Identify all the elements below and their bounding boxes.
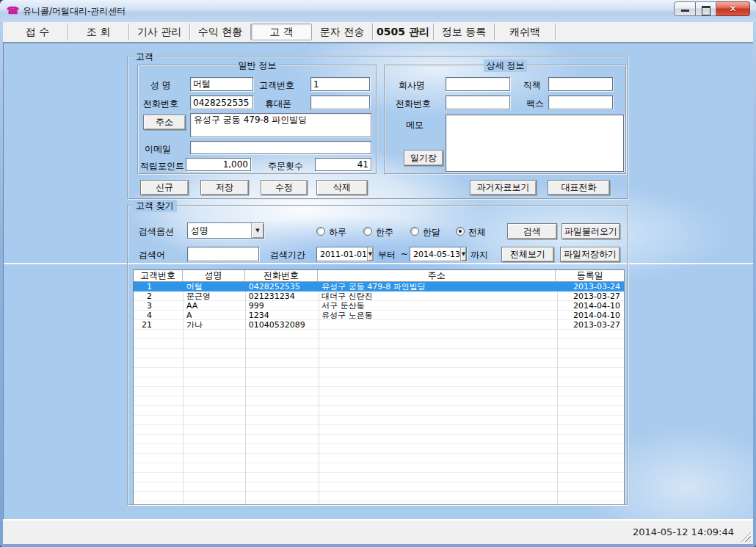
table-row[interactable]: 2 문근영 021231234 대더구 신탄진 2013-03-27 [134,291,624,301]
cell-address: 서구 둔산동 [318,301,556,311]
detail-info-group: 상세 정보 회사명 직책 전화번호 팩스 메모 일기장 [384,65,627,175]
search-button[interactable]: 검색 [507,223,557,239]
mobile-input[interactable] [310,95,370,109]
view-all-button[interactable]: 전체보기 [501,247,554,262]
cell-phone: 021231234 [245,291,319,301]
company-input[interactable] [446,77,510,91]
address-button[interactable]: 주소 [143,115,186,130]
chevron-down-icon[interactable]: ▼ [251,223,263,238]
file-save-button[interactable]: 파일저장하기 [560,247,620,262]
customer-no-input[interactable] [310,77,370,91]
memo-label: 메모 [406,119,424,131]
tab-revenue-status[interactable]: 수익 현황 [190,23,251,40]
radio-all[interactable] [456,227,465,236]
tab-0505-management[interactable]: 0505 관리 [373,23,434,40]
customer-search-group: 고객 찾기 검색옵션 성명 ▼ 하루 한주 한달 전체 검색 파일불러오기 검색… [127,205,629,506]
col-customer-no[interactable]: 고객번호 [134,270,183,281]
radio-one-month-label[interactable]: 한달 [423,226,440,239]
general-info-group: 일반 정보 성 명 고객번호 전화번호 휴대폰 주소 유성구 궁동 479-8 … [137,65,377,175]
tab-driver-management[interactable]: 기사 관리 [129,23,190,40]
search-option-label: 검색옵션 [139,225,174,238]
email-input[interactable] [190,141,371,154]
main-phone-button[interactable]: 대표전화 [548,180,610,195]
col-phone[interactable]: 전화번호 [245,270,319,281]
radio-one-week-label[interactable]: 한주 [376,226,393,239]
company-label: 회사명 [399,79,425,92]
resize-grip[interactable] [741,532,751,542]
client-area: 고객 일반 정보 성 명 고객번호 전화번호 휴대폰 주소 유성구 궁동 479… [3,43,753,519]
delete-button[interactable]: 삭제 [316,180,368,195]
phone-input[interactable] [190,95,253,109]
save-button[interactable]: 저장 [200,180,249,195]
tab-sms[interactable]: 문자 전송 [312,23,373,40]
date-from-select[interactable]: 2011-01-01 ▼ [316,247,374,261]
cell-address: 유성구 노은동 [318,311,556,320]
radio-one-day[interactable] [316,227,325,236]
chevron-down-icon[interactable]: ▼ [367,247,373,261]
date-to-select[interactable]: 2014-05-13 ▼ [410,247,467,261]
address-box[interactable]: 유성구 궁동 479-8 파인빌딩 [190,113,371,137]
history-button[interactable]: 과거자료보기 [470,180,537,195]
cell-phone: 0428252535 [245,282,319,291]
table-row[interactable]: 21 가나 01040532089 2013-03-27 [134,320,624,330]
date-to-value: 2014-05-13 [410,247,460,261]
points-label: 적립포인트 [140,160,184,173]
close-button[interactable] [716,1,750,16]
detail-phone-input[interactable] [446,95,510,109]
table-row[interactable]: 1 머털 0428252535 유성구 궁동 479-8 파인빌딩 2013-0… [134,282,624,291]
cell-reg-date: 2014-04-10 [556,301,624,311]
search-option-select[interactable]: 성명 ▼ [187,222,264,239]
tab-inquiry[interactable]: 조 회 [68,23,129,40]
new-button[interactable]: 신규 [140,180,189,195]
detail-info-title: 상세 정보 [484,59,528,72]
chevron-down-icon[interactable]: ▼ [460,247,466,261]
radio-one-week[interactable] [363,227,372,236]
cell-name: A [183,311,245,320]
minimize-button[interactable] [674,1,696,16]
name-input[interactable] [190,77,253,91]
name-label: 성 명 [150,79,171,92]
titlebar[interactable]: ☎ 유니콜/머털대리-관리센터 [0,0,756,22]
radio-one-month[interactable] [410,227,419,236]
keyword-label: 검색어 [139,249,165,261]
date-from-value: 2011-01-01 [317,247,367,261]
customer-table-body[interactable]: 1 머털 0428252535 유성구 궁동 479-8 파인빌딩 2013-0… [134,282,624,504]
keyword-input[interactable] [187,247,259,261]
customer-no-label: 고객번호 [259,79,294,92]
orders-label: 주문횟수 [268,160,303,173]
cell-phone: 999 [245,301,319,311]
cell-customer-no: 2 [134,291,183,301]
cell-name: AA [183,301,245,311]
fax-input[interactable] [548,95,613,109]
table-row[interactable]: 4 A 1234 유성구 노은동 2014-04-10 [134,311,624,320]
window-controls [674,1,750,16]
tab-info-register[interactable]: 정보 등록 [434,23,495,40]
email-label: 이메일 [145,143,171,156]
tab-customer[interactable]: 고 객 [251,23,312,40]
memo-box[interactable] [446,115,624,172]
file-open-button[interactable]: 파일불러오기 [561,223,620,239]
cell-customer-no: 1 [134,282,183,291]
table-row[interactable]: 3 AA 999 서구 둔산동 2014-04-10 [134,301,624,311]
edit-button[interactable]: 수정 [261,180,308,195]
maximize-button[interactable] [696,1,716,16]
mobile-label: 휴대폰 [265,98,291,110]
position-input[interactable] [548,77,613,91]
col-reg-date[interactable]: 등록일 [556,270,624,281]
tab-reception[interactable]: 접 수 [7,23,68,40]
cell-reg-date: 2013-03-27 [556,291,624,301]
cell-name: 문근영 [183,291,245,301]
orders-input[interactable] [315,158,371,171]
tab-cashback[interactable]: 캐쉬백 [495,23,556,40]
radio-all-label[interactable]: 전체 [468,226,486,239]
cell-reg-date: 2014-04-10 [556,311,624,320]
cell-reg-date: 2013-03-24 [556,282,624,291]
points-input[interactable] [186,158,251,171]
status-datetime: 2014-05-12 14:09:44 [633,526,734,537]
diary-button[interactable]: 일기장 [404,150,443,166]
radio-one-day-label[interactable]: 하루 [329,226,346,239]
cell-address [318,320,556,330]
col-name[interactable]: 성명 [183,270,245,281]
app-window: ☎ 유니콜/머털대리-관리센터 접 수 조 회 기사 관리 수익 현황 고 객 … [0,0,756,547]
col-address[interactable]: 주소 [318,270,556,281]
